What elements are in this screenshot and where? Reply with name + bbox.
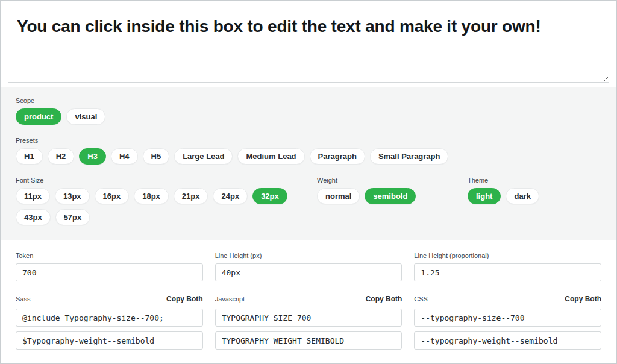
pill-57px[interactable]: 57px (55, 209, 90, 225)
weight-label: Weight (317, 177, 468, 184)
presets-group: Presets H1H2H3H4H5Large LeadMedium LeadP… (16, 137, 601, 165)
javascript-copy-both-button[interactable]: Copy Both (366, 295, 402, 303)
javascript-weight-input[interactable] (215, 331, 402, 350)
token-label: Token (16, 252, 203, 259)
line-height-proportional-label: Line Height (proportional) (414, 252, 601, 259)
sass-copy-both-button[interactable]: Copy Both (166, 295, 203, 303)
scope-group: Scope productvisual (16, 97, 601, 125)
css-weight-input[interactable] (414, 331, 601, 350)
sass-section: Sass Copy Both (16, 295, 203, 350)
pill-16px[interactable]: 16px (95, 188, 130, 204)
sass-inputs (16, 309, 203, 350)
css-copy-both-button[interactable]: Copy Both (565, 295, 601, 303)
sass-header: Sass Copy Both (16, 295, 203, 303)
font-size-group: Font Size 11px13px16px18px21px24px32px43… (16, 177, 317, 225)
pill-h4[interactable]: H4 (111, 148, 138, 165)
css-inputs (414, 309, 601, 350)
css-size-input[interactable] (414, 309, 601, 327)
theme-group: Theme lightdark (468, 177, 601, 225)
font-controls-row: Font Size 11px13px16px18px21px24px32px43… (16, 177, 601, 225)
line-height-px-label: Line Height (px) (215, 252, 402, 259)
theme-pills: lightdark (468, 188, 601, 204)
pill-large-lead[interactable]: Large Lead (174, 148, 233, 165)
token-fields-row: Token Line Height (px) Line Height (prop… (16, 252, 601, 281)
weight-pills: normalsemibold (317, 188, 468, 204)
pill-medium-lead[interactable]: Medium Lead (237, 148, 304, 165)
pill-43px[interactable]: 43px (16, 209, 51, 225)
pill-paragraph[interactable]: Paragraph (310, 148, 365, 165)
scope-pills: productvisual (16, 108, 601, 125)
outputs-panel: Token Line Height (px) Line Height (prop… (1, 240, 616, 360)
css-section: CSS Copy Both (414, 295, 601, 350)
pill-semibold[interactable]: semibold (365, 188, 416, 204)
pill-h3[interactable]: H3 (79, 148, 106, 165)
pill-h5[interactable]: H5 (143, 148, 170, 165)
token-field: Token (16, 252, 203, 281)
javascript-inputs (215, 309, 402, 350)
pill-11px[interactable]: 11px (16, 188, 50, 204)
pill-13px[interactable]: 13px (55, 188, 90, 204)
theme-label: Theme (468, 177, 601, 184)
javascript-section: Javascript Copy Both (215, 295, 402, 350)
sample-text-section: You can click inside this box to edit th… (1, 1, 616, 85)
javascript-header: Javascript Copy Both (215, 295, 402, 303)
presets-label: Presets (16, 137, 601, 144)
pill-h2[interactable]: H2 (48, 148, 75, 165)
pill-product[interactable]: product (16, 108, 61, 125)
sample-text-editor[interactable]: You can click inside this box to edit th… (8, 8, 609, 83)
javascript-size-input[interactable] (215, 309, 402, 327)
presets-pills: H1H2H3H4H5Large LeadMedium LeadParagraph… (16, 148, 601, 165)
code-sections-row: Sass Copy Both Javascript Copy Both (16, 295, 601, 350)
line-height-proportional-input[interactable] (414, 263, 601, 281)
line-height-px-input[interactable] (215, 263, 402, 281)
javascript-label: Javascript (215, 295, 245, 303)
pill-18px[interactable]: 18px (134, 188, 169, 204)
sass-size-input[interactable] (16, 309, 203, 327)
pill-21px[interactable]: 21px (174, 188, 208, 204)
controls-panel: Scope productvisual Presets H1H2H3H4H5La… (1, 87, 616, 240)
scope-label: Scope (16, 97, 601, 104)
sass-weight-input[interactable] (16, 331, 203, 350)
sass-label: Sass (16, 295, 30, 303)
line-height-proportional-field: Line Height (proportional) (414, 252, 601, 281)
pill-normal[interactable]: normal (317, 188, 360, 204)
pill-visual[interactable]: visual (66, 108, 105, 125)
css-label: CSS (414, 295, 428, 303)
pill-light[interactable]: light (468, 188, 501, 204)
font-size-label: Font Size (16, 177, 317, 184)
typography-playground: You can click inside this box to edit th… (0, 0, 617, 364)
css-header: CSS Copy Both (414, 295, 601, 303)
weight-group: Weight normalsemibold (317, 177, 468, 225)
pill-32px[interactable]: 32px (252, 188, 287, 204)
pill-24px[interactable]: 24px (213, 188, 248, 204)
line-height-px-field: Line Height (px) (215, 252, 402, 281)
pill-h1[interactable]: H1 (16, 148, 43, 165)
pill-small-paragraph[interactable]: Small Paragraph (370, 148, 449, 165)
pill-dark[interactable]: dark (506, 188, 539, 204)
font-size-pills: 11px13px16px18px21px24px32px43px57px (16, 188, 317, 225)
token-input[interactable] (16, 263, 203, 281)
